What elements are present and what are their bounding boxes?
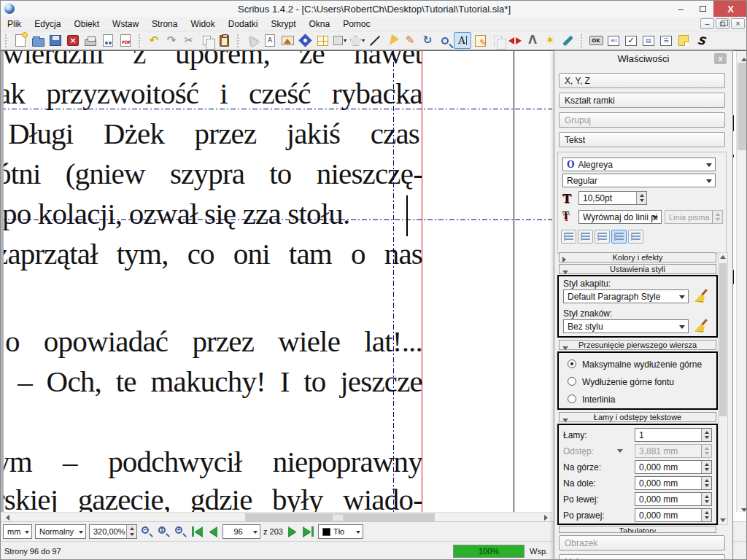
link-text-frames-icon[interactable] (489, 32, 506, 49)
minimize-button[interactable]: – (670, 1, 692, 17)
text-frame-edge[interactable] (422, 51, 422, 512)
vertical-scroll-thumb[interactable] (738, 63, 747, 150)
font-family-combo[interactable]: O Alegreya (562, 158, 716, 171)
insert-line-icon[interactable] (366, 32, 384, 49)
menu-skrypt[interactable]: Skrypt (264, 17, 302, 31)
mdi-restore-button[interactable] (716, 18, 729, 29)
new-document-icon[interactable] (12, 32, 29, 49)
clear-paragraph-style-icon[interactable] (693, 289, 708, 303)
columns-spinner[interactable]: 1 (635, 428, 712, 442)
preflight-verifier-icon[interactable] (99, 32, 117, 49)
previous-page-button[interactable] (206, 525, 220, 538)
char-style-combo[interactable]: Bez stylu (563, 319, 689, 333)
first-line-offset-header[interactable]: Przesunięcie pierwszego wiersza (559, 340, 716, 350)
redo-icon[interactable]: ↷ (163, 32, 180, 49)
insert-image-frame-icon[interactable] (279, 32, 296, 49)
rotate-item-icon[interactable]: ↻ (419, 32, 436, 49)
export-pdf-icon[interactable]: PDF (117, 32, 134, 49)
restore-button[interactable] (692, 1, 713, 17)
pdf-checkbox-icon[interactable]: ✓ (622, 32, 640, 49)
next-page-button[interactable] (286, 525, 299, 538)
scroll-down-icon[interactable] (739, 505, 747, 512)
columns-text-distances-header[interactable]: Łamy i odstępy tekstowe (559, 412, 716, 422)
pdf-link-annotation-icon[interactable]: S (692, 32, 710, 49)
pdf-combo-box-icon[interactable]: ▤ (640, 32, 657, 49)
open-document-icon[interactable] (29, 32, 47, 49)
panel-scrollbar[interactable] (718, 252, 728, 525)
zoom-in-button[interactable]: + (174, 525, 187, 539)
line-spacing-mode-combo[interactable]: Wyrównaj do linii pi (578, 210, 662, 224)
section-xyz-button[interactable]: X, Y, Z (559, 73, 725, 88)
zoom-level-spinner[interactable]: 320,00% (89, 524, 137, 539)
style-settings-header[interactable]: Ustawienia styli (559, 264, 716, 274)
section-text-button[interactable]: Tekst (559, 132, 725, 147)
menu-edycja[interactable]: Edycja (28, 17, 67, 31)
panel-scroll-up-icon[interactable] (720, 255, 726, 259)
paragraph-style-combo[interactable]: Default Paragraph Style (563, 289, 689, 303)
vertical-guide[interactable] (393, 51, 394, 512)
cut-icon[interactable]: ✂ (180, 32, 198, 49)
colors-effects-header[interactable]: Kolory i efekty (559, 252, 716, 262)
units-combo[interactable]: mm (3, 524, 32, 539)
horizontal-scrollbar[interactable] (1, 512, 552, 521)
scroll-right-icon[interactable] (541, 513, 551, 521)
quality-combo[interactable]: Normalny (35, 524, 86, 539)
horizontal-scroll-thumb[interactable] (245, 513, 435, 521)
horizontal-guide[interactable] (1, 109, 552, 109)
edit-contents-icon[interactable]: A (454, 32, 471, 49)
bottom-distance-spinner[interactable]: 0,000 mm (635, 476, 712, 490)
zoom-out-button[interactable]: − (140, 525, 154, 539)
left-distance-spinner[interactable]: 0,000 mm (635, 492, 712, 506)
edit-story-editor-icon[interactable] (471, 32, 489, 49)
layer-combo[interactable]: Tło (318, 524, 363, 539)
menu-dodatki[interactable]: Dodatki (222, 17, 265, 31)
panel-close-button[interactable]: x (714, 53, 727, 64)
paste-icon[interactable] (215, 32, 233, 49)
radio-max-ascent[interactable] (568, 359, 576, 368)
horizontal-guide[interactable] (1, 219, 552, 220)
font-style-combo[interactable]: Regular (562, 174, 716, 187)
zoom-tool-icon[interactable] (436, 32, 454, 49)
insert-freehand-line-icon[interactable]: ✎ (401, 32, 419, 49)
current-page-combo[interactable]: 96 (222, 524, 260, 539)
menu-okna[interactable]: Okna (302, 17, 336, 31)
eye-dropper-icon[interactable] (559, 32, 576, 49)
insert-bezier-curve-icon[interactable] (384, 32, 401, 49)
menu-strona[interactable]: Strona (145, 17, 184, 31)
align-right-button[interactable] (595, 230, 610, 244)
align-force-justify-button[interactable] (628, 230, 643, 244)
pdf-text-annotation-icon[interactable] (675, 32, 692, 49)
menu-pomoc[interactable]: Pomoc (336, 17, 376, 31)
vertical-scrollbar[interactable] (736, 51, 747, 512)
insert-text-frame-icon[interactable]: A (261, 32, 279, 49)
menu-wstaw[interactable]: Wstaw (106, 17, 145, 31)
font-size-spinner[interactable]: 10,50pt (578, 191, 647, 205)
copy-icon[interactable] (198, 32, 215, 49)
mdi-minimize-button[interactable]: – (700, 18, 714, 29)
pdf-push-button-icon[interactable]: OK (587, 32, 605, 49)
close-button[interactable]: X (713, 1, 747, 17)
menu-plik[interactable]: Plik (1, 17, 28, 31)
panel-scroll-thumb[interactable] (719, 263, 727, 416)
scroll-left-icon[interactable] (2, 513, 12, 521)
unlink-text-frames-icon[interactable] (506, 32, 524, 49)
select-item-icon[interactable] (244, 32, 261, 49)
print-document-icon[interactable] (82, 32, 99, 49)
right-distance-spinner[interactable]: 0,000 mm (635, 508, 712, 522)
align-left-button[interactable] (561, 230, 576, 244)
insert-polygon-icon[interactable]: ▾ (349, 32, 366, 49)
top-distance-spinner[interactable]: 0,000 mm (635, 460, 712, 474)
clear-char-style-icon[interactable] (693, 319, 708, 332)
mdi-close-button[interactable]: × (731, 18, 745, 29)
insert-shape-icon[interactable]: ▾ (331, 32, 349, 49)
measurements-icon[interactable]: Λ (524, 32, 541, 49)
tabulators-header[interactable]: Tabulatory (559, 526, 716, 533)
menu-widok[interactable]: Widok (184, 17, 221, 31)
radio-font-ascent[interactable] (568, 377, 576, 386)
pdf-text-field-icon[interactable]: ≡ı (605, 32, 622, 49)
copy-item-properties-icon[interactable]: ✶ (541, 32, 559, 49)
pdf-list-box-icon[interactable]: ☰ (657, 32, 675, 49)
align-center-button[interactable] (578, 230, 593, 244)
insert-render-frame-icon[interactable] (296, 32, 314, 49)
section-shape-button[interactable]: Kształt ramki (559, 93, 725, 108)
